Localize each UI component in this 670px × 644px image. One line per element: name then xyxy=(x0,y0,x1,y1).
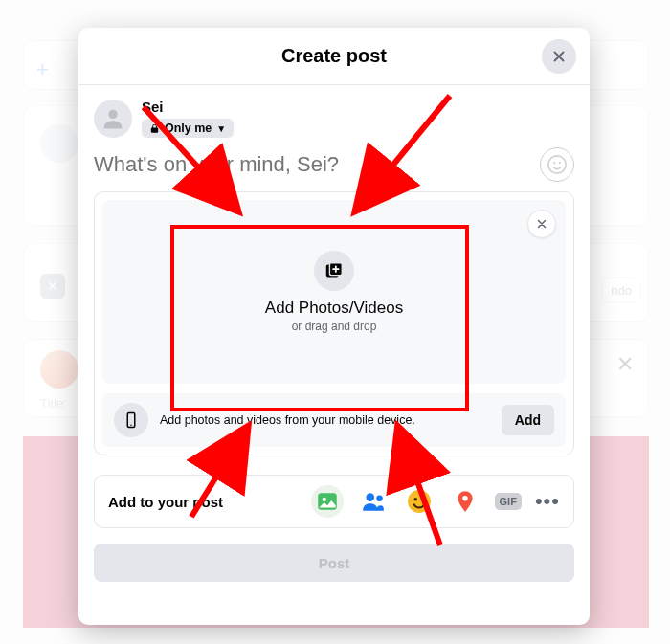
close-icon xyxy=(535,217,548,231)
image-icon xyxy=(315,489,340,514)
add-media-icon xyxy=(314,251,354,291)
svg-point-11 xyxy=(376,496,383,502)
chevron-down-icon: ▼ xyxy=(216,123,226,134)
close-button[interactable] xyxy=(542,39,576,74)
svg-point-3 xyxy=(559,162,561,164)
post-button[interactable]: Post xyxy=(94,544,574,582)
media-dropzone[interactable]: Add Photos/Videos or drag and drop xyxy=(102,200,566,384)
feeling-icon xyxy=(407,489,432,514)
svg-point-9 xyxy=(322,498,325,501)
privacy-selector[interactable]: Only me ▼ xyxy=(142,119,234,138)
smile-icon xyxy=(547,154,568,175)
user-name: Sei xyxy=(142,99,234,115)
svg-point-12 xyxy=(408,490,431,513)
gif-button[interactable]: GIF xyxy=(495,493,522,510)
privacy-label: Only me xyxy=(165,122,212,135)
svg-point-0 xyxy=(108,109,117,118)
svg-point-1 xyxy=(548,156,566,173)
svg-point-2 xyxy=(553,162,555,164)
emoji-picker-button[interactable] xyxy=(540,147,574,182)
location-icon xyxy=(453,489,478,514)
svg-point-14 xyxy=(421,498,424,500)
svg-point-13 xyxy=(413,498,416,500)
more-button[interactable]: ••• xyxy=(535,489,560,514)
close-icon xyxy=(550,48,568,65)
svg-point-10 xyxy=(366,493,374,501)
modal-header: Create post xyxy=(78,28,590,85)
svg-point-7 xyxy=(130,425,132,427)
phone-icon xyxy=(114,403,148,437)
mobile-upload-text: Add photos and videos from your mobile d… xyxy=(160,413,490,427)
create-post-modal: Create post Sei Only me ▼ xyxy=(78,28,590,625)
svg-point-15 xyxy=(462,496,467,500)
tag-people-button[interactable] xyxy=(357,485,390,518)
lock-icon xyxy=(149,123,160,134)
dropzone-title: Add Photos/Videos xyxy=(265,299,403,318)
tag-people-icon xyxy=(361,489,386,514)
composer-row xyxy=(78,142,590,191)
check-in-button[interactable] xyxy=(449,485,481,518)
avatar xyxy=(94,100,132,138)
photo-video-button[interactable] xyxy=(311,485,344,518)
dropzone-subtitle: or drag and drop xyxy=(292,320,377,333)
feeling-button[interactable] xyxy=(403,485,436,518)
add-to-post-row: Add to your post GIF ••• xyxy=(94,475,574,528)
post-text-input[interactable] xyxy=(94,152,540,177)
add-to-post-label: Add to your post xyxy=(108,494,302,510)
modal-title: Create post xyxy=(281,45,387,67)
media-dropzone-container: Add Photos/Videos or drag and drop Add p… xyxy=(94,191,574,455)
attach-icons: GIF ••• xyxy=(311,485,560,518)
mobile-upload-row: Add photos and videos from your mobile d… xyxy=(102,393,566,447)
author-row: Sei Only me ▼ xyxy=(78,85,590,142)
mobile-add-button[interactable]: Add xyxy=(502,405,554,435)
dropzone-close-button[interactable] xyxy=(527,210,556,238)
